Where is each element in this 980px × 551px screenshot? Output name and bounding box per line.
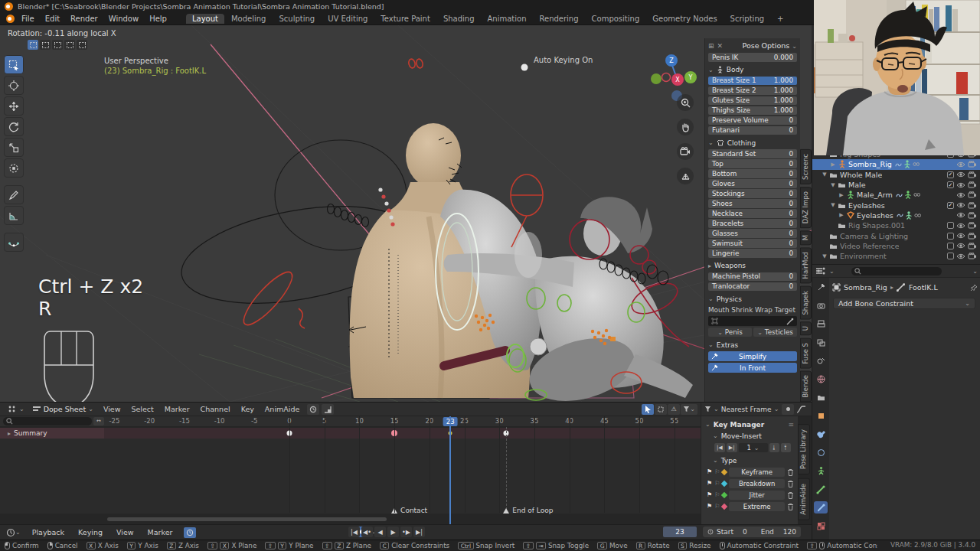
play-reverse-button[interactable]: ◀ [374, 527, 386, 537]
transform-box-icon[interactable] [655, 404, 667, 415]
playhead[interactable] [449, 416, 451, 524]
proportional-dot-icon[interactable] [782, 404, 794, 415]
toggle-testicles[interactable]: ⌄Testicles [753, 328, 797, 337]
camera-icon[interactable] [968, 212, 977, 219]
eye-icon[interactable] [956, 243, 965, 249]
collection-checkbox[interactable] [947, 233, 954, 240]
select-mode-circle[interactable] [52, 40, 63, 50]
pose-options-tab[interactable]: Pose Options ⌄ [743, 41, 797, 50]
select-flag-icon[interactable]: ⚑ [707, 503, 712, 510]
dope-menu-select[interactable]: Select [126, 405, 158, 413]
pose-slider-gloves[interactable]: Gloves0 [708, 179, 797, 188]
tool-measure-icon[interactable] [4, 206, 24, 225]
workspace-tab-rendering[interactable]: Rendering [533, 14, 584, 24]
pose-slider-necklace[interactable]: Necklace0 [708, 209, 797, 218]
jump-end-button[interactable]: ▶| [413, 527, 425, 537]
expand-icon[interactable]: ▼ [829, 202, 837, 208]
properties-tab-physics-icon[interactable] [814, 446, 828, 458]
collection-checkbox[interactable]: ✓ [947, 171, 954, 178]
camera-view-icon[interactable] [677, 143, 694, 160]
tool-rotate-icon[interactable] [4, 117, 24, 136]
workspace-tab-animation[interactable]: Animation [482, 14, 533, 24]
properties-tab-view-layer-icon[interactable] [814, 336, 828, 348]
key-type-label[interactable]: Extreme [729, 502, 785, 511]
camera-icon[interactable] [968, 222, 977, 229]
pose-slider-futanari[interactable]: Futanari0 [708, 126, 797, 135]
end-value[interactable]: 120 [783, 528, 796, 536]
pose-slider-breast-size-1[interactable]: Breast Size 11.000 [708, 77, 797, 86]
outliner-row-whole-male[interactable]: ▼Whole Male✓ [812, 170, 980, 180]
sidebar-tab-screenc[interactable]: Screenc [800, 149, 812, 184]
snap-mode-dropdown[interactable]: Nearest Frame [721, 406, 772, 413]
section-header-body[interactable]: ⌄Body [708, 65, 797, 75]
menu-render[interactable]: Render [65, 14, 103, 24]
shrinkwrap-target-field[interactable] [708, 316, 797, 326]
pose-slider-lingerie[interactable]: Lingerie0 [708, 249, 797, 258]
horizontal-scrollbar[interactable] [107, 517, 387, 521]
key-type-label[interactable]: Keyframe [729, 468, 785, 477]
properties-search-input[interactable] [851, 267, 942, 276]
workspace-tab-sculpting[interactable]: Sculpting [273, 14, 321, 24]
eye-icon[interactable] [956, 192, 965, 198]
tool-cursor-icon[interactable] [4, 76, 24, 95]
grid-ortho-icon[interactable] [677, 168, 694, 184]
start-value[interactable]: 0 [743, 528, 747, 536]
outliner-row-eyelashes[interactable]: ▼Eyelashes✓ [812, 200, 980, 210]
properties-tab-tool-icon[interactable] [814, 281, 828, 293]
eye-icon[interactable] [956, 233, 965, 239]
button-in-front[interactable]: In Front [708, 363, 797, 373]
snap-keyframe-toggle[interactable] [307, 404, 319, 415]
toggle-penis[interactable]: ⌄Penis [708, 328, 752, 337]
eye-icon[interactable] [956, 202, 965, 208]
workspace-tab-layout[interactable]: Layout [186, 14, 224, 24]
outliner-row-male[interactable]: ▼Male✓ [812, 180, 980, 190]
play-button[interactable]: ▶ [387, 527, 399, 537]
filter-icon[interactable]: ⌄ [681, 404, 697, 415]
trash-icon[interactable] [787, 480, 794, 487]
deselect-flag-icon[interactable]: ⚐ [714, 491, 720, 498]
button-simplify[interactable]: Simplify [708, 351, 797, 361]
sidebar-tab-shapek[interactable]: Shapek [800, 286, 812, 320]
current-frame-badge[interactable]: 23 [443, 417, 458, 426]
eye-icon[interactable] [956, 171, 965, 178]
select-mode-lasso[interactable] [64, 40, 75, 50]
select-mode-box[interactable] [40, 40, 51, 50]
sync-icon[interactable] [184, 527, 196, 538]
properties-tab-object-icon[interactable] [814, 409, 828, 422]
pin-icon[interactable] [970, 284, 978, 292]
select-mode-paint[interactable] [77, 40, 87, 50]
camera-icon[interactable] [968, 253, 977, 259]
select-flag-icon[interactable]: ⚑ [707, 480, 712, 487]
key-download-button[interactable]: ⭳ [769, 443, 779, 452]
eye-icon[interactable] [956, 212, 965, 218]
camera-icon[interactable] [968, 202, 977, 209]
outliner-row-sombra-rig[interactable]: ▶Sombra_Rig [812, 159, 980, 169]
viewport-3d[interactable]: Rotation: -0.11 along local X User Persp… [0, 25, 812, 402]
timeline-ruler[interactable]: -25-20-15-10-50510152025303540455055 [0, 416, 701, 427]
panel-grid-icon[interactable]: ⊞ [708, 42, 714, 50]
type-section-title[interactable]: Type [721, 457, 737, 465]
properties-tab-render-icon[interactable] [814, 299, 828, 311]
properties-tab-bone-icon[interactable] [814, 483, 828, 495]
sidebar-tab-fuse-s[interactable]: Fuse S [800, 338, 812, 369]
pose-slider-top[interactable]: Top0 [708, 159, 797, 168]
deselect-flag-icon[interactable]: ⚐ [714, 468, 720, 475]
breadcrumb-bone[interactable]: FootIK.L [909, 283, 938, 292]
tool-scale-icon[interactable] [4, 138, 24, 157]
properties-tab-scene-icon[interactable] [814, 354, 828, 367]
workspace-tab-texture-paint[interactable]: Texture Paint [374, 14, 436, 24]
eye-icon[interactable] [956, 182, 965, 188]
collection-checkbox[interactable] [947, 222, 954, 229]
marker-end-of-loop[interactable]: End of Loop [503, 507, 553, 514]
select-tool-icon[interactable] [642, 404, 654, 415]
expand-icon[interactable]: ▼ [829, 182, 837, 188]
tool-pose-breakdowner-icon[interactable] [4, 233, 24, 252]
summary-channel-row[interactable]: ▸Summary [0, 428, 701, 439]
outliner-row-video-reference[interactable]: Video Reference [812, 241, 980, 251]
sidebar-tab-blende[interactable]: Blende [800, 370, 812, 402]
key-upload-button[interactable]: ⭱ [781, 443, 791, 452]
outliner-row-environment[interactable]: ▼Environment [812, 251, 980, 261]
filter-icon[interactable] [704, 406, 711, 412]
menu-file[interactable]: File [16, 14, 40, 24]
tool-select-box-icon[interactable] [4, 55, 24, 74]
